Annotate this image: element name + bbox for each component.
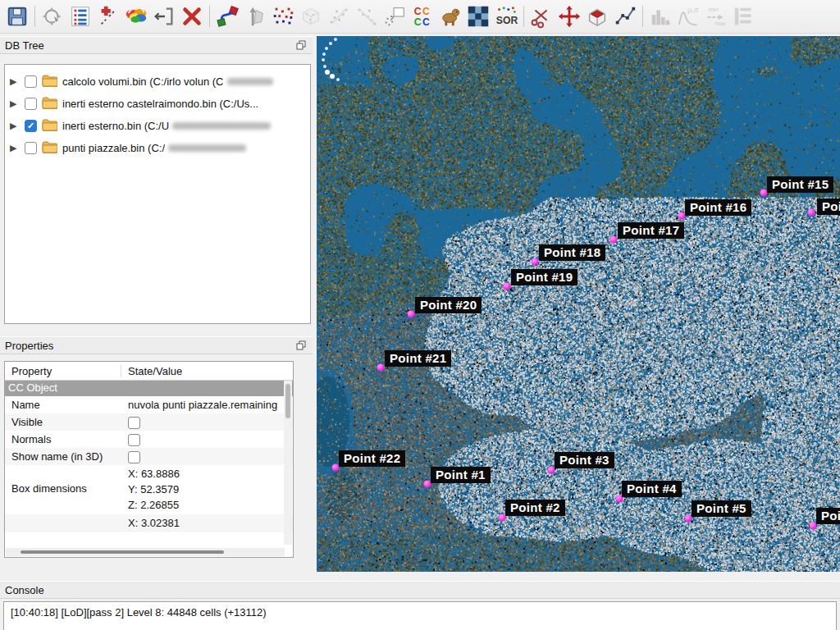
property-value bbox=[121, 431, 293, 449]
visibility-checkbox[interactable]: ✓ bbox=[25, 120, 37, 132]
svg-text:C: C bbox=[414, 16, 422, 28]
property-value: X: 3.02381 bbox=[121, 514, 293, 532]
property-name: Show name (in 3D) bbox=[5, 448, 121, 463]
property-name: Name bbox=[5, 396, 121, 411]
expand-arrow-icon[interactable]: ▶ bbox=[10, 121, 21, 130]
pivot-dot bbox=[336, 78, 340, 81]
redacted-text bbox=[168, 144, 246, 152]
db-tree-title: DB Tree bbox=[5, 39, 44, 52]
polyline-graph-icon[interactable] bbox=[611, 2, 639, 30]
property-name: Visible bbox=[5, 413, 121, 428]
plugin-dog-icon[interactable] bbox=[436, 2, 464, 30]
column-property: Property bbox=[5, 365, 121, 377]
point-label[interactable]: Point #21 bbox=[385, 350, 451, 367]
picked-point-marker[interactable] bbox=[532, 258, 539, 266]
point-label[interactable]: Poin bbox=[816, 508, 840, 524]
apply-transformation-icon[interactable] bbox=[150, 2, 178, 30]
properties-horizontal-scrollbar[interactable] bbox=[6, 548, 285, 556]
point-label[interactable]: Poin bbox=[817, 199, 840, 215]
svg-text:SOR: SOR bbox=[496, 15, 518, 26]
toolbar-separator bbox=[642, 6, 643, 27]
console-title: Console bbox=[5, 584, 44, 596]
point-label[interactable]: Point #15 bbox=[767, 176, 833, 193]
register-icon[interactable] bbox=[213, 2, 241, 30]
folder-icon bbox=[42, 97, 57, 112]
expand-arrow-icon[interactable]: ▶ bbox=[10, 77, 21, 86]
svg-text:C: C bbox=[422, 16, 430, 28]
picked-point-marker[interactable] bbox=[610, 236, 618, 244]
point-label[interactable]: Point #18 bbox=[539, 244, 605, 261]
tree-item[interactable]: ▶inerti esterno castelraimondo.bin (C:/U… bbox=[5, 93, 310, 115]
expand-arrow-icon[interactable]: ▶ bbox=[10, 144, 21, 153]
property-value: X: 63.8886Y: 52.3579Z: 2.26855 bbox=[121, 465, 293, 514]
property-checkbox[interactable] bbox=[128, 434, 140, 446]
plugin-checker-icon[interactable] bbox=[464, 2, 492, 30]
point-label[interactable]: Point #22 bbox=[339, 450, 405, 467]
picked-point-marker[interactable] bbox=[808, 209, 815, 217]
expand-arrow-icon[interactable]: ▶ bbox=[10, 99, 21, 108]
point-label[interactable]: Point #5 bbox=[692, 500, 751, 517]
cloud-cloud-distance-icon[interactable]: CCCC bbox=[409, 2, 436, 30]
save-icon[interactable] bbox=[3, 2, 31, 30]
folder-icon bbox=[42, 75, 57, 89]
picked-point-marker[interactable] bbox=[504, 283, 511, 290]
properties-table-header: Property State/Value bbox=[5, 362, 293, 381]
svg-text:μ,σ: μ,σ bbox=[687, 6, 699, 14]
sor-filter-icon[interactable]: SOR bbox=[492, 2, 520, 30]
folder-icon bbox=[42, 119, 57, 134]
svg-text:C: C bbox=[422, 6, 430, 17]
point-picking-icon[interactable] bbox=[94, 2, 122, 30]
visibility-checkbox[interactable] bbox=[25, 98, 37, 110]
property-checkbox[interactable] bbox=[128, 451, 140, 463]
toolbar-separator bbox=[34, 6, 35, 27]
picked-point-marker[interactable] bbox=[408, 311, 415, 318]
float-dock-icon[interactable] bbox=[294, 339, 308, 352]
redacted-text bbox=[227, 78, 273, 85]
point-label[interactable]: Point #3 bbox=[555, 452, 614, 468]
point-label[interactable]: Point #17 bbox=[618, 222, 684, 239]
segment-scissors-icon[interactable] bbox=[527, 2, 555, 30]
console-dock-header: Console bbox=[0, 581, 840, 599]
point-label[interactable]: Point #20 bbox=[415, 297, 482, 313]
toolbar-separator bbox=[523, 6, 524, 27]
subsample-icon[interactable] bbox=[269, 2, 297, 30]
delete-icon[interactable] bbox=[178, 2, 206, 30]
property-name: Normals bbox=[5, 431, 121, 445]
svg-text:C: C bbox=[414, 6, 422, 17]
point-label[interactable]: Point #19 bbox=[511, 269, 578, 285]
scatter-b-icon bbox=[353, 2, 381, 30]
properties-vertical-scrollbar[interactable] bbox=[284, 381, 292, 545]
main-toolbar: CCCCSORμ,σminmax bbox=[0, 0, 840, 34]
toolbar-separator bbox=[209, 6, 210, 27]
point-list-picking-icon[interactable] bbox=[381, 2, 409, 30]
merge-clouds-icon[interactable] bbox=[122, 2, 150, 30]
property-checkbox[interactable] bbox=[128, 417, 140, 429]
properties-list-icon[interactable] bbox=[66, 2, 94, 30]
pivot-dot bbox=[325, 70, 330, 75]
property-name bbox=[5, 514, 121, 517]
visibility-checkbox[interactable] bbox=[25, 142, 37, 154]
3d-viewport[interactable]: Point #15PoinPoint #16Point #17Point #18… bbox=[317, 36, 840, 572]
property-value bbox=[121, 413, 293, 431]
point-label[interactable]: Point #16 bbox=[685, 199, 751, 216]
tree-item[interactable]: ▶punti piazzale.bin (C:/ bbox=[5, 137, 310, 159]
float-dock-icon[interactable] bbox=[294, 39, 308, 52]
point-label[interactable]: Point #4 bbox=[622, 481, 682, 497]
translate-rotate-icon[interactable] bbox=[555, 2, 583, 30]
visibility-checkbox[interactable] bbox=[25, 75, 37, 88]
redacted-text bbox=[172, 122, 271, 130]
pivot-dot bbox=[329, 42, 332, 45]
point-label[interactable]: Point #1 bbox=[431, 467, 491, 483]
tree-item-label: inerti esterno.bin (C:/U bbox=[62, 120, 169, 132]
property-name: Box dimensions bbox=[5, 465, 121, 495]
properties-table: Property State/Value CC ObjectNamenuvola… bbox=[4, 361, 294, 558]
tree-item[interactable]: ▶✓inerti esterno.bin (C:/U bbox=[5, 115, 310, 137]
pivot-visibility-icon[interactable] bbox=[39, 2, 66, 30]
picked-point-marker[interactable] bbox=[377, 364, 385, 372]
point-label[interactable]: Point #2 bbox=[505, 500, 565, 516]
tree-item[interactable]: ▶calcolo volumi.bin (C:/irlo volun (C bbox=[5, 71, 310, 93]
property-value bbox=[121, 448, 293, 466]
align-icon[interactable] bbox=[241, 2, 269, 30]
properties-title: Properties bbox=[5, 340, 53, 352]
cross-section-icon[interactable] bbox=[583, 2, 611, 30]
